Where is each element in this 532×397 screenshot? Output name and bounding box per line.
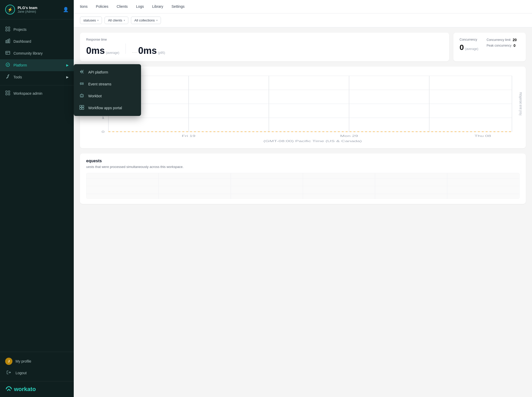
top-nav: tions Policies Clients Logs Library Sett… xyxy=(74,0,532,13)
brand-name: PLG's team xyxy=(18,6,37,10)
p95-stat: ···· 0ms (p95) xyxy=(132,45,165,56)
tab-tions[interactable]: tions xyxy=(80,0,88,13)
sidebar-header: ⚡ PLG's team Jane (Admin) 👤 xyxy=(0,0,74,19)
avg-stat: 0ms (average) xyxy=(86,45,119,56)
all-clients-filter[interactable]: All clients ▾ xyxy=(105,17,128,24)
peak-value: 0 xyxy=(514,43,516,48)
sidebar-item-dashboard[interactable]: Dashboard xyxy=(0,35,74,47)
main-content: tions Policies Clients Logs Library Sett… xyxy=(74,0,532,397)
svg-rect-12 xyxy=(8,91,10,92)
workspace-admin-icon xyxy=(5,91,10,96)
concurrency-limit-label: Concurrency limit xyxy=(487,38,511,42)
svg-text:1: 1 xyxy=(101,116,104,120)
tab-logs[interactable]: Logs xyxy=(136,0,144,13)
svg-rect-3 xyxy=(8,30,10,31)
svg-rect-4 xyxy=(6,40,7,43)
all-collections-filter[interactable]: All collections ▾ xyxy=(131,17,161,24)
peak-concurrency-row: Peak concurrency 0 xyxy=(487,43,517,48)
workflow-apps-portal-label: Workflow apps portal xyxy=(88,106,122,110)
svg-rect-13 xyxy=(6,93,7,95)
svg-rect-1 xyxy=(8,27,10,28)
dropdown-event-streams[interactable]: Event streams xyxy=(74,78,141,90)
my-profile-label: My profile xyxy=(16,359,31,363)
statuses-filter[interactable]: statuses ▾ xyxy=(80,17,102,24)
svg-rect-7 xyxy=(6,51,10,54)
all-clients-caret: ▾ xyxy=(124,19,125,22)
sidebar-item-projects[interactable]: Projects xyxy=(0,24,74,35)
svg-rect-5 xyxy=(7,40,8,43)
tools-icon xyxy=(5,74,10,80)
svg-point-18 xyxy=(82,95,83,96)
platform-dropdown: API platform Event streams Workbot Workf… xyxy=(74,64,141,116)
concurrency-limit-row: Concurrency limit 20 xyxy=(487,38,517,42)
svg-rect-11 xyxy=(6,91,7,92)
dropdown-api-platform[interactable]: API platform xyxy=(74,66,141,78)
sidebar-item-community-library[interactable]: Community library xyxy=(0,47,74,59)
tab-policies[interactable]: Policies xyxy=(96,0,108,13)
svg-text:Fri 19: Fri 19 xyxy=(182,134,196,138)
sidebar-item-workspace-admin[interactable]: Workspace admin xyxy=(0,87,74,99)
svg-point-17 xyxy=(81,95,82,96)
concurrency-limits: Concurrency limit 20 Peak concurrency 0 xyxy=(487,38,517,56)
workato-logo: workato xyxy=(0,381,74,397)
stats-area: Response time 0ms (average) ···· 0ms (p9… xyxy=(74,27,532,67)
tab-library[interactable]: Library xyxy=(152,0,163,13)
brand: ⚡ PLG's team Jane (Admin) xyxy=(5,5,37,14)
statuses-filter-label: statuses xyxy=(83,18,96,22)
logout-item[interactable]: Logout xyxy=(0,367,74,378)
avg-value: 0ms xyxy=(86,45,105,56)
sidebar-item-platform[interactable]: Platform ▶ xyxy=(0,59,74,71)
svg-rect-0 xyxy=(6,27,7,28)
logout-label: Logout xyxy=(16,371,27,375)
all-clients-label: All clients xyxy=(108,18,122,22)
dashboard-label: Dashboard xyxy=(13,39,31,43)
projects-label: Projects xyxy=(13,27,27,32)
workbot-icon xyxy=(79,93,85,99)
my-profile-item[interactable]: J My profile xyxy=(0,355,74,367)
brand-subtitle: Jane (Admin) xyxy=(18,10,37,13)
bottom-chart xyxy=(86,173,520,199)
tools-chevron: ▶ xyxy=(66,75,69,79)
brand-text: PLG's team Jane (Admin) xyxy=(18,6,37,13)
svg-rect-20 xyxy=(80,105,82,107)
dropdown-workbot[interactable]: Workbot xyxy=(74,90,141,102)
dropdown-workflow-apps-portal[interactable]: Workflow apps portal xyxy=(74,102,141,114)
avatar: J xyxy=(5,358,12,365)
sidebar-nav: Projects Dashboard Community library Pla… xyxy=(0,19,74,352)
platform-icon xyxy=(5,62,10,68)
concurrency-avg-value: 0 xyxy=(460,43,464,52)
dashboard-icon xyxy=(5,39,10,44)
section-title: equests xyxy=(86,159,520,163)
p95-label: (p95) xyxy=(158,51,165,55)
concurrency-limit-value: 20 xyxy=(513,38,517,42)
response-time-chart: 4 3 2 1 0 Fri 19 Mon 29 Thu 08 (GMT-08:0… xyxy=(84,71,522,143)
user-switch-icon[interactable]: 👤 xyxy=(63,7,69,12)
sidebar-footer: J My profile Logout xyxy=(0,352,74,381)
svg-rect-14 xyxy=(8,93,10,95)
event-streams-icon xyxy=(79,81,85,87)
community-library-icon xyxy=(5,50,10,56)
bottom-section: equests uests that were processed simult… xyxy=(80,153,526,204)
concurrency-avg-label: (average) xyxy=(465,47,478,51)
tab-clients[interactable]: Clients xyxy=(117,0,128,13)
sidebar-item-tools[interactable]: Tools ▶ xyxy=(0,71,74,83)
stat-divider xyxy=(125,43,126,54)
avg-label: (average) xyxy=(106,51,119,55)
projects-icon xyxy=(5,27,10,32)
svg-rect-23 xyxy=(82,108,84,109)
api-platform-label: API platform xyxy=(88,70,108,74)
svg-rect-2 xyxy=(6,30,7,31)
concurrency-avg-section: Concurrency 0 (average) xyxy=(460,38,478,56)
svg-rect-22 xyxy=(80,108,82,109)
svg-text:(GMT-08:00) Pacific Time (US &: (GMT-08:00) Pacific Time (US & Canada) xyxy=(263,139,362,143)
workato-logo-text: workato xyxy=(14,386,36,393)
p95-value: 0ms xyxy=(138,45,157,56)
workflow-apps-portal-icon xyxy=(79,105,85,111)
svg-rect-6 xyxy=(9,39,10,43)
sidebar: ⚡ PLG's team Jane (Admin) 👤 Projects Das… xyxy=(0,0,74,397)
svg-point-15 xyxy=(81,83,83,84)
all-collections-caret: ▾ xyxy=(156,19,158,22)
concurrency-card: Concurrency 0 (average) Concurrency limi… xyxy=(453,33,526,61)
workbot-label: Workbot xyxy=(88,94,102,98)
tab-settings[interactable]: Settings xyxy=(172,0,185,13)
